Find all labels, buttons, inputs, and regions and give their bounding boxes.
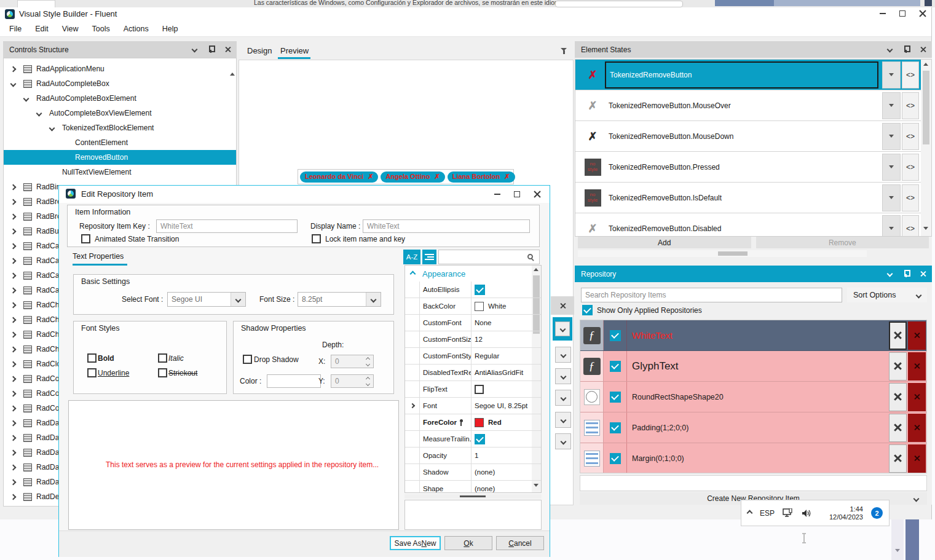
repository-item-key-input[interactable] xyxy=(156,219,298,233)
close-icon[interactable] xyxy=(920,47,926,52)
hidden-panel-dropdown[interactable] xyxy=(555,347,571,363)
state-dropdown-button[interactable] xyxy=(882,61,901,89)
expand-chevron-icon[interactable] xyxy=(10,287,17,293)
tree-item[interactable]: ContentElement xyxy=(4,135,236,150)
delete-item-button[interactable] xyxy=(908,321,926,350)
scroll-down-arrow-icon[interactable] xyxy=(895,549,900,552)
expand-chevron-icon[interactable] xyxy=(10,346,17,352)
tree-item[interactable]: RadAutoCompleteBoxElement xyxy=(4,91,236,106)
color-swatch[interactable] xyxy=(475,418,484,427)
tree-item[interactable]: TokenizedTextBlockElement xyxy=(4,120,236,135)
property-row[interactable]: CustomFontStyle Regular xyxy=(405,348,541,365)
property-row[interactable]: Shadow (none) xyxy=(405,464,541,481)
expand-chevron-icon[interactable] xyxy=(10,66,17,72)
property-row[interactable]: CustomFontSize 12 xyxy=(405,331,541,348)
horizontal-scrollbar[interactable] xyxy=(578,250,867,257)
pin-icon[interactable] xyxy=(208,45,214,53)
tab-text-properties[interactable]: Text Properties xyxy=(73,252,124,261)
dropdown-button[interactable] xyxy=(366,293,381,306)
edit-item-button[interactable] xyxy=(889,383,907,411)
language-indicator[interactable]: ESP xyxy=(760,509,775,518)
delete-item-button[interactable] xyxy=(908,383,926,411)
hidden-panel-dropdown[interactable] xyxy=(555,412,571,428)
token-remove-icon[interactable]: ✗ xyxy=(434,173,440,181)
expand-chevron-icon[interactable] xyxy=(409,403,414,408)
tab-design[interactable]: Design xyxy=(247,46,272,55)
repository-item-row[interactable]: RoundRectShapeShape20 xyxy=(580,382,926,412)
scrollbar-thumb[interactable] xyxy=(718,251,748,256)
expand-chevron-icon[interactable] xyxy=(10,479,17,485)
tree-item[interactable]: NullTextViewElement xyxy=(4,165,236,179)
hidden-panel-dropdown[interactable] xyxy=(555,433,571,449)
menu-item[interactable]: View xyxy=(55,21,85,37)
property-row[interactable]: AutoEllipsis xyxy=(405,282,541,298)
pin-icon[interactable] xyxy=(903,270,909,278)
speaker-icon[interactable] xyxy=(802,509,812,518)
edit-item-button[interactable] xyxy=(889,414,907,442)
tree-item[interactable]: AutoCompleteBoxViewElement xyxy=(4,106,236,120)
ok-button[interactable]: Ok xyxy=(444,536,492,550)
animated-state-transition-checkbox[interactable] xyxy=(81,234,90,243)
token-pill[interactable]: Leonardo da Vinci ✗ xyxy=(300,172,378,183)
element-state-row[interactable]: no style TokenizedRemoveButton.IsDefault… xyxy=(575,183,931,213)
state-code-button[interactable]: <> xyxy=(902,215,919,237)
state-code-button[interactable]: <> xyxy=(902,184,919,211)
applied-checkbox[interactable] xyxy=(610,422,621,433)
shadow-color-input[interactable] xyxy=(267,374,321,388)
property-row[interactable]: Font Segoe UI, 8.25pt xyxy=(405,398,541,414)
expand-chevron-icon[interactable] xyxy=(10,213,17,219)
repository-search-input[interactable] xyxy=(581,288,842,302)
expand-chevron-icon[interactable] xyxy=(10,390,17,396)
show-applied-checkbox[interactable] xyxy=(582,305,593,315)
dropdown-button[interactable] xyxy=(231,293,245,306)
expand-chevron-icon[interactable] xyxy=(10,361,17,367)
add-state-button[interactable]: Add xyxy=(578,237,751,248)
spin-down-icon[interactable] xyxy=(365,361,369,366)
chevron-down-icon[interactable] xyxy=(887,47,893,53)
property-row[interactable]: Opacity 1 xyxy=(405,448,541,464)
element-state-row[interactable]: ✗ TokenizedRemoveButton <> xyxy=(575,60,931,90)
expand-chevron-icon[interactable] xyxy=(10,420,17,426)
element-state-row[interactable]: no style TokenizedRemoveButton.Pressed <… xyxy=(575,152,931,183)
state-dropdown-button[interactable] xyxy=(882,154,901,181)
menu-item[interactable]: Edit xyxy=(28,21,55,37)
state-dropdown-button[interactable] xyxy=(882,215,901,237)
property-row[interactable]: DisabledTextRe... AntiAliasGridFit xyxy=(405,365,541,381)
scroll-down-arrow-icon[interactable] xyxy=(923,227,928,230)
edit-item-button[interactable] xyxy=(889,321,907,350)
expand-chevron-icon[interactable] xyxy=(10,494,17,500)
state-code-button[interactable]: <> xyxy=(902,123,919,150)
property-row[interactable]: ForeColor Red xyxy=(405,414,541,431)
repository-item-row[interactable]: GlyphText xyxy=(580,351,926,382)
edit-item-button[interactable] xyxy=(889,444,907,473)
element-state-row[interactable]: ✗ TokenizedRemoveButton.Disabled <> xyxy=(575,213,931,237)
font-size-select[interactable]: 8.25pt xyxy=(298,292,381,307)
repository-item-row[interactable]: Margin(0;1;0;0) xyxy=(580,443,926,473)
expand-chevron-icon[interactable] xyxy=(10,464,17,470)
token-remove-icon[interactable]: ✗ xyxy=(368,173,373,181)
applied-checkbox[interactable] xyxy=(610,330,621,341)
font-select[interactable]: Segoe UI xyxy=(167,292,246,307)
hidden-panel-dropdown[interactable] xyxy=(555,368,571,384)
close-icon[interactable] xyxy=(920,271,926,277)
menu-item[interactable]: File xyxy=(2,21,28,37)
element-state-row[interactable]: ✗ TokenizedRemoveButton.MouseDown <> xyxy=(575,121,931,152)
state-dropdown-button[interactable] xyxy=(882,123,901,150)
tray-expand-icon[interactable] xyxy=(747,510,753,516)
expand-chevron-icon[interactable] xyxy=(10,449,17,455)
menu-item[interactable]: Actions xyxy=(117,21,156,37)
categorize-button[interactable] xyxy=(422,250,436,264)
tray-date[interactable]: 12/04/2023 xyxy=(829,513,863,521)
scroll-up-arrow-icon[interactable] xyxy=(923,63,928,66)
remove-state-button[interactable]: Remove xyxy=(756,237,929,248)
property-row[interactable]: BackColor White xyxy=(405,298,541,315)
lock-item-name-checkbox[interactable] xyxy=(312,234,321,243)
property-row[interactable]: FlipText xyxy=(405,381,541,398)
applied-checkbox[interactable] xyxy=(610,453,621,464)
maximize-icon[interactable] xyxy=(899,10,905,17)
underline-checkbox[interactable] xyxy=(87,368,97,377)
token-pill[interactable]: Angela Ottino ✗ xyxy=(381,172,444,183)
delete-item-button[interactable] xyxy=(908,414,926,442)
unchecked-checkbox[interactable] xyxy=(475,385,484,394)
display-name-input[interactable] xyxy=(363,219,530,233)
